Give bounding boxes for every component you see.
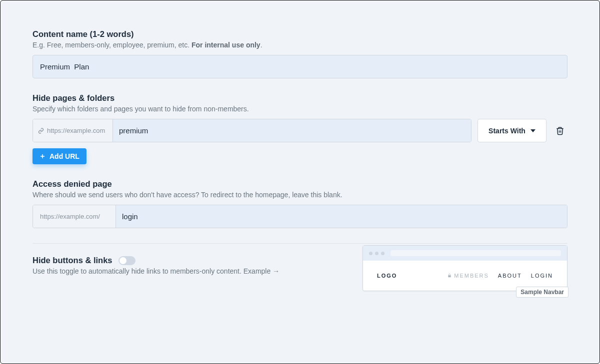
url-prefix-text: https://example.com: [47, 127, 105, 134]
divider: [32, 243, 568, 244]
url-path-input[interactable]: [113, 119, 471, 142]
url-input-group: https://example.com: [32, 119, 472, 142]
dot-icon: [369, 252, 372, 255]
dot-icon: [381, 252, 384, 255]
hide-pages-help: Specify which folders and pages you want…: [32, 105, 568, 113]
link-icon: [38, 128, 44, 134]
sample-members-label: MEMBERS: [454, 273, 489, 279]
access-denied-title: Access denied page: [32, 179, 568, 189]
access-denied-section: Access denied page Where should we send …: [32, 179, 568, 228]
content-name-help-bold: For internal use only: [192, 41, 260, 49]
access-prefix-text: https://example.com/: [40, 213, 100, 220]
url-row: https://example.com Starts With: [32, 119, 568, 142]
plus-icon: [40, 153, 46, 159]
hide-pages-title: Hide pages & folders: [32, 93, 568, 103]
trash-icon: [556, 126, 564, 135]
sample-navbar-preview: LOGO MEMBERS ABOUT LOGIN Sample Navbar: [362, 245, 568, 291]
match-type-label: Starts With: [488, 127, 526, 135]
delete-url-button[interactable]: [552, 119, 568, 142]
add-url-button[interactable]: Add URL: [32, 148, 86, 164]
sample-logo: LOGO: [377, 273, 397, 279]
access-input-group: https://example.com/: [32, 205, 568, 228]
sample-nav-members: MEMBERS: [448, 273, 489, 279]
content-name-title: Content name (1-2 words): [32, 29, 568, 39]
access-prefix: https://example.com/: [33, 205, 116, 228]
content-name-input[interactable]: [32, 55, 568, 78]
browser-body: LOGO MEMBERS ABOUT LOGIN: [363, 261, 567, 291]
address-bar: [390, 250, 561, 256]
sample-nav-about: ABOUT: [498, 273, 522, 279]
sample-navbar-badge: Sample Navbar: [516, 287, 568, 298]
toggle-knob: [120, 257, 126, 264]
add-url-label: Add URL: [50, 152, 80, 160]
match-type-dropdown[interactable]: Starts With: [478, 119, 546, 142]
sample-nav-links: MEMBERS ABOUT LOGIN: [448, 273, 553, 279]
browser-chrome: [363, 246, 567, 261]
hide-buttons-title: Hide buttons & links: [32, 256, 112, 265]
caret-down-icon: [530, 129, 536, 132]
hide-buttons-toggle[interactable]: [118, 256, 136, 265]
access-denied-input[interactable]: [116, 205, 567, 228]
dot-icon: [375, 252, 378, 255]
settings-panel: Content name (1-2 words) E.g. Free, memb…: [0, 0, 600, 364]
content-name-section: Content name (1-2 words) E.g. Free, memb…: [32, 29, 568, 78]
period: .: [260, 41, 262, 49]
hide-pages-section: Hide pages & folders Specify which folde…: [32, 93, 568, 164]
content-name-help: E.g. Free, members-only, employee, premi…: [32, 41, 568, 49]
content-name-help-prefix: E.g. Free, members-only, employee, premi…: [32, 41, 192, 49]
sample-nav-login: LOGIN: [531, 273, 553, 279]
access-denied-help: Where should we send users who don't hav…: [32, 191, 568, 199]
lock-icon: [448, 273, 452, 278]
url-prefix: https://example.com: [33, 119, 113, 142]
window-dots: [369, 252, 384, 255]
